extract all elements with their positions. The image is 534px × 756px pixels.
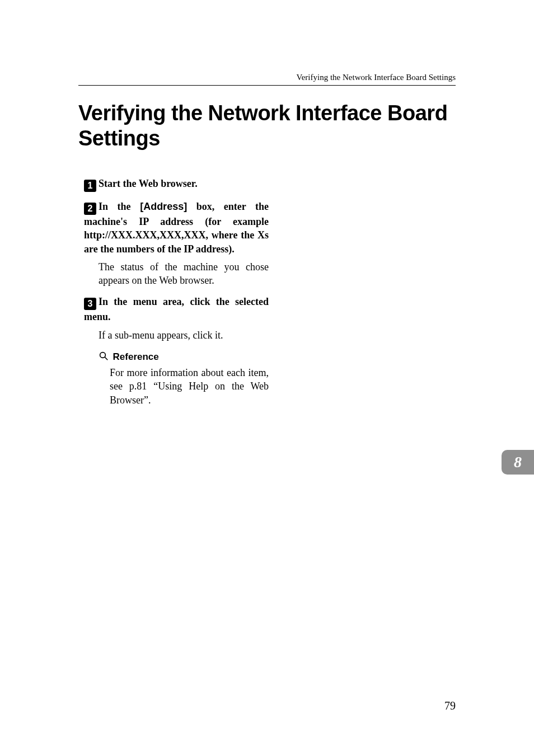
step-1-text: Start the Web browser. xyxy=(99,178,198,189)
page-title: Verifying the Network Interface Board Se… xyxy=(78,101,456,151)
step-3-number: 3 xyxy=(84,298,96,310)
step-1: 1Start the Web browser. xyxy=(84,177,269,192)
step-1-head: 1Start the Web browser. xyxy=(84,177,269,192)
reference-body-wrap: For more information about each item, se… xyxy=(110,366,269,407)
page-number: 79 xyxy=(444,699,456,712)
step-2-body: The status of the machine you chose appe… xyxy=(99,260,269,288)
step-2: 2In the [Address] box, enter the machine… xyxy=(84,200,269,287)
step-2-body-wrap: The status of the machine you chose appe… xyxy=(99,260,269,288)
section-tab: 8 xyxy=(502,450,534,475)
step-2-number: 2 xyxy=(84,203,96,215)
step-3-body: If a sub-menu appears, click it. xyxy=(99,328,269,342)
step-3: 3In the menu area, click the selected me… xyxy=(84,295,269,342)
step-2-head: 2In the [Address] box, enter the machine… xyxy=(84,200,269,256)
address-ui-label: [Address] xyxy=(140,201,187,212)
running-head: Verifying the Network Interface Board Se… xyxy=(297,73,456,82)
step-3-body-wrap: If a sub-menu appears, click it. xyxy=(99,328,269,342)
reference-body: For more information about each item, se… xyxy=(110,366,269,407)
reference-icon xyxy=(99,350,112,362)
step-2-prefix: In the xyxy=(99,201,140,212)
step-3-text: In the menu area, click the selected men… xyxy=(84,296,269,322)
reference-label: Reference xyxy=(113,351,159,362)
left-column: 1Start the Web browser. 2In the [Address… xyxy=(84,177,269,407)
step-1-number: 1 xyxy=(84,180,96,192)
reference-heading: Reference xyxy=(99,350,269,363)
step-3-head: 3In the menu area, click the selected me… xyxy=(84,295,269,323)
header-rule xyxy=(78,85,456,86)
svg-line-1 xyxy=(105,357,107,360)
document-page: Verifying the Network Interface Board Se… xyxy=(0,0,534,756)
